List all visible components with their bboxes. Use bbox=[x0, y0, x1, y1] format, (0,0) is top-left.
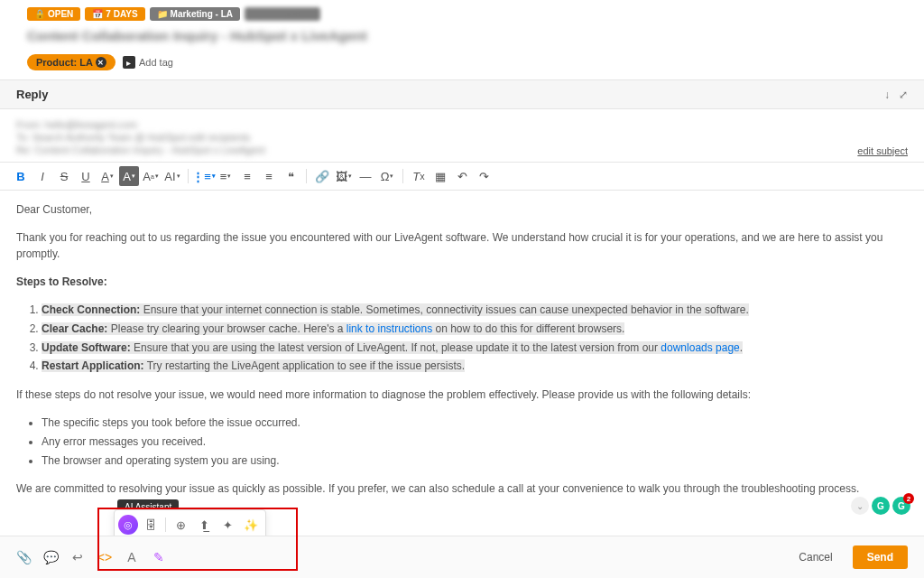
tag-folder[interactable]: 📁 Marketing - LA bbox=[150, 7, 240, 21]
italic-button[interactable]: I bbox=[32, 166, 52, 186]
bold-button[interactable]: B bbox=[11, 166, 31, 186]
from-line: From: hello@liveagent.com bbox=[16, 118, 908, 131]
underline-button[interactable]: U bbox=[76, 166, 96, 186]
to-line: To: Search Authority Team @ HubSpot edit… bbox=[16, 131, 908, 144]
wand-icon[interactable]: ✎ bbox=[152, 550, 166, 564]
reply-title: Reply bbox=[16, 88, 48, 101]
knowledge-icon[interactable]: ⊕ bbox=[170, 514, 191, 536]
intro-text: Thank you for reaching out to us regardi… bbox=[16, 229, 908, 263]
strike-button[interactable]: S bbox=[54, 166, 74, 186]
code-button[interactable]: ▦ bbox=[430, 166, 450, 186]
editor-body[interactable]: Dear Customer, Thank you for reaching ou… bbox=[0, 191, 924, 519]
add-tag-button[interactable]: ▸Add tag bbox=[123, 56, 173, 69]
link-button[interactable]: 🔗 bbox=[312, 166, 332, 186]
format-top-icon[interactable]: ⬆̲ bbox=[193, 514, 215, 536]
expand-icon[interactable]: ⤢ bbox=[899, 89, 908, 101]
re-line: Re: Content Collaboration Inquiry - HubS… bbox=[16, 144, 908, 156]
closing-text: We are committed to resolving your issue… bbox=[16, 480, 908, 498]
details-list: The specific steps you took before the i… bbox=[42, 414, 908, 470]
steps-heading: Steps to Resolve: bbox=[16, 274, 908, 291]
editor-toolbar: B I S U A▾ A▾ Aa▾ AI▾ ⋮≡▾ ≡▾ ≡ ≡ ❝ 🔗 🖼▾ … bbox=[0, 162, 924, 191]
symbol-button[interactable]: Ω▾ bbox=[377, 166, 397, 186]
source-icon[interactable]: <> bbox=[97, 550, 112, 564]
number-list-button[interactable]: ≡▾ bbox=[216, 166, 236, 186]
undo-button[interactable]: ↶ bbox=[452, 166, 472, 186]
grammarly-badge[interactable]: G bbox=[872, 497, 890, 515]
footer-bar: 📎 💬 ↩ <> A ✎ Cancel Send bbox=[0, 536, 924, 578]
ticket-subject: Content Collaboration Inquiry - HubSpot … bbox=[0, 24, 924, 51]
magic-icon[interactable]: ✨ bbox=[240, 514, 262, 536]
send-button[interactable]: Send bbox=[853, 545, 908, 569]
cancel-button[interactable]: Cancel bbox=[788, 545, 843, 569]
product-tag[interactable]: Product: LA✕ bbox=[27, 54, 116, 70]
image-button[interactable]: 🖼▾ bbox=[334, 166, 354, 186]
text-icon[interactable]: A bbox=[125, 550, 139, 564]
redo-button[interactable]: ↷ bbox=[474, 166, 494, 186]
indent-button[interactable]: ≡ bbox=[259, 166, 279, 186]
note-icon[interactable]: 💬 bbox=[43, 550, 58, 564]
edit-subject-link[interactable]: edit subject bbox=[857, 145, 908, 156]
quote-button[interactable]: ❝ bbox=[281, 166, 300, 186]
grammarly-count-badge[interactable]: G2 bbox=[892, 497, 910, 515]
outdent-button[interactable]: ≡ bbox=[237, 166, 257, 186]
instructions-link[interactable]: link to instructions bbox=[346, 322, 432, 335]
remove-tag-icon[interactable]: ✕ bbox=[96, 57, 106, 68]
header-tag-row: 🔒 OPEN 📅 7 DAYS 📁 Marketing - LA Hello H… bbox=[0, 0, 924, 24]
followup-text: If these steps do not resolve your issue… bbox=[16, 387, 908, 404]
textcolor-button[interactable]: A▾ bbox=[97, 166, 117, 186]
clear-format-button[interactable]: Tx bbox=[409, 166, 429, 186]
ai-assistant-icon[interactable]: ◎ bbox=[118, 515, 138, 535]
product-tag-row: Product: LA✕ ▸Add tag bbox=[0, 51, 924, 79]
plus-icon: ▸ bbox=[123, 56, 135, 69]
email-meta: From: hello@liveagent.com To: Search Aut… bbox=[0, 109, 924, 162]
attach-icon[interactable]: 📎 bbox=[16, 550, 31, 564]
collapse-icon[interactable]: ↓ bbox=[884, 89, 890, 101]
return-icon[interactable]: ↩ bbox=[70, 550, 85, 564]
hr-button[interactable]: — bbox=[356, 166, 375, 186]
bgcolor-button[interactable]: A▾ bbox=[119, 166, 139, 186]
steps-list: Check Connection: Ensure that your inter… bbox=[42, 301, 908, 375]
tag-open[interactable]: 🔒 OPEN bbox=[27, 7, 80, 21]
downloads-link[interactable]: downloads page bbox=[661, 341, 739, 354]
greeting: Dear Customer, bbox=[16, 201, 908, 219]
format-mid-icon[interactable]: ✦ bbox=[217, 514, 238, 536]
bullet-list-button[interactable]: ⋮≡▾ bbox=[194, 166, 214, 186]
grammarly-widget[interactable]: ⌄ G G2 bbox=[851, 497, 910, 515]
tag-redacted: Hello Hubspot bbox=[245, 7, 320, 21]
canned-response-icon[interactable]: 🗄 bbox=[140, 514, 162, 536]
font-button[interactable]: AI▾ bbox=[162, 166, 182, 186]
reply-header: Reply ↓ ⤢ bbox=[0, 79, 924, 109]
fontsize-button[interactable]: Aa▾ bbox=[141, 166, 161, 186]
grammarly-chevron-icon[interactable]: ⌄ bbox=[851, 497, 869, 515]
tag-days[interactable]: 📅 7 DAYS bbox=[85, 7, 144, 21]
